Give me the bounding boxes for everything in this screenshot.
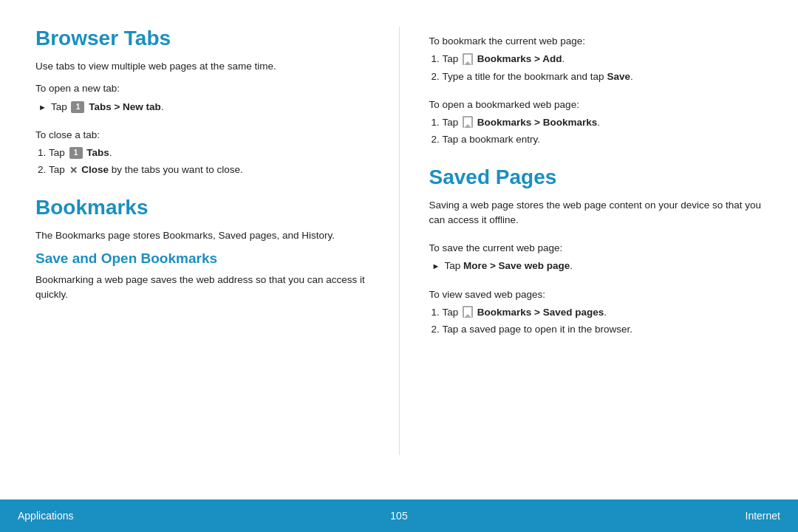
- bookmark-icon-3: [463, 306, 473, 318]
- column-divider: [399, 27, 400, 455]
- view-saved-steps: Tap Bookmarks > Saved pages. Tap a saved…: [443, 305, 763, 338]
- close-icon: ✕: [69, 163, 78, 178]
- open-bookmarked-label: To open a bookmarked web page:: [429, 98, 763, 112]
- close-tab-steps: Tap 1 Tabs. Tap ✕ Close by the tabs you …: [49, 146, 369, 178]
- view-saved-step2: Tap a saved page to open it in the brows…: [443, 322, 763, 337]
- bookmark-icon-2: [463, 116, 473, 128]
- bookmark-step1: Tap Bookmarks > Add.: [443, 52, 763, 66]
- save-open-bookmarks-intro: Bookmarking a web page saves the web add…: [35, 273, 369, 303]
- save-current-text: Tap More > Save web page.: [444, 259, 573, 273]
- view-saved-label: To view saved web pages:: [429, 287, 763, 302]
- open-bookmark-step1: Tap Bookmarks > Bookmarks.: [443, 115, 763, 130]
- browser-tabs-title: Browser Tabs: [35, 27, 369, 50]
- view-saved-step1: Tap Bookmarks > Saved pages.: [443, 305, 763, 320]
- footer: Applications 105 Internet: [0, 499, 798, 532]
- bookmark-icon: [463, 53, 473, 65]
- bookmarks-intro: The Bookmarks page stores Bookmarks, Sav…: [35, 228, 369, 243]
- footer-left: Applications: [18, 510, 74, 522]
- close-tab-label: To close a tab:: [35, 128, 369, 143]
- open-tab-label: To open a new tab:: [35, 81, 369, 96]
- left-column: Browser Tabs Use tabs to view multiple w…: [35, 27, 369, 455]
- close-tab-step2: Tap ✕ Close by the tabs you want to clos…: [49, 163, 369, 177]
- save-current-instruction: ► Tap More > Save web page.: [432, 259, 763, 273]
- open-bookmark-steps: Tap Bookmarks > Bookmarks. Tap a bookmar…: [443, 115, 763, 148]
- arrow-icon-2: ►: [432, 260, 440, 273]
- open-tab-instruction: ► Tap 1 Tabs > New tab.: [38, 100, 369, 115]
- footer-right: Internet: [746, 510, 780, 522]
- footer-center: 105: [390, 510, 407, 522]
- bookmark-current-label: To bookmark the current web page:: [429, 34, 763, 49]
- bookmarks-title: Bookmarks: [35, 196, 369, 219]
- bookmark-steps: Tap Bookmarks > Add. Type a title for th…: [443, 52, 763, 84]
- tabs-icon-2: 1: [69, 147, 83, 159]
- saved-pages-title: Saved Pages: [429, 166, 763, 189]
- save-current-label: To save the current web page:: [429, 241, 763, 256]
- tabs-icon: 1: [71, 101, 84, 113]
- save-open-bookmarks-title: Save and Open Bookmarks: [35, 250, 369, 267]
- close-tab-step1: Tap 1 Tabs.: [49, 146, 369, 160]
- right-column: To bookmark the current web page: Tap Bo…: [429, 27, 763, 455]
- open-tab-text: Tap 1 Tabs > New tab.: [51, 100, 164, 115]
- arrow-icon: ►: [38, 101, 47, 114]
- browser-tabs-intro: Use tabs to view multiple web pages at t…: [35, 59, 369, 74]
- bookmark-step2: Type a title for the bookmark and tap Sa…: [443, 69, 763, 84]
- open-bookmark-step2: Tap a bookmark entry.: [443, 132, 763, 147]
- saved-pages-intro: Saving a web page stores the web page co…: [429, 198, 763, 228]
